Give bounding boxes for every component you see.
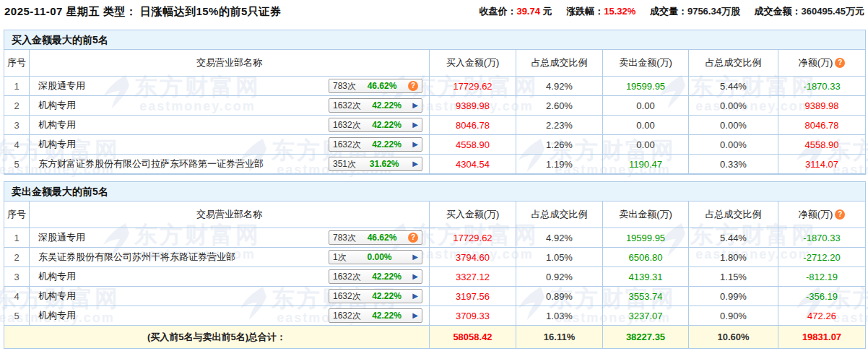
expand-arrow-icon[interactable]: ▶ bbox=[412, 121, 418, 129]
col-buy-ratio: 占总成交比例 bbox=[516, 202, 603, 228]
net-amount: 3114.07 bbox=[778, 155, 865, 174]
buy-amount: 8046.78 bbox=[430, 116, 516, 135]
row-seq: 1 bbox=[4, 228, 30, 248]
expand-arrow-icon[interactable]: ▶ bbox=[412, 273, 418, 280]
sell-ratio: 0.00% bbox=[689, 116, 778, 135]
sell-table-title: 卖出金额最大的前5名 bbox=[4, 182, 865, 202]
sell-ratio: 0.33% bbox=[689, 155, 778, 174]
buy-table: 买入金额最大的前5名 序号 交易营业部名称 买入金额(万) 占总成交比例 卖出金… bbox=[4, 30, 866, 175]
trade-detail-badge[interactable]: 1632次 42.22% ▶ bbox=[329, 98, 422, 113]
help-icon[interactable]: ? bbox=[835, 58, 845, 68]
col-seq: 序号 bbox=[4, 202, 30, 228]
net-amount: 9389.98 bbox=[778, 96, 865, 116]
sell-amount: 4139.31 bbox=[603, 267, 689, 287]
appearance-count: 1632次 bbox=[333, 100, 361, 112]
col-buy-amount: 买入金额(万) bbox=[430, 50, 516, 77]
appearance-count: 1次 bbox=[333, 251, 347, 264]
branch-name[interactable]: 机构专用 bbox=[38, 309, 76, 322]
win-rate: 42.22% bbox=[361, 120, 413, 130]
row-seq: 5 bbox=[4, 306, 30, 326]
buy-table-title: 买入金额最大的前5名 bbox=[4, 30, 865, 50]
sell-amount: 1190.47 bbox=[603, 155, 689, 174]
trade-detail-badge[interactable]: 1632次 42.22% ▶ bbox=[329, 269, 422, 284]
expand-arrow-icon[interactable]: ▶ bbox=[412, 160, 418, 168]
trade-detail-badge[interactable]: 1632次 42.22% ▶ bbox=[329, 118, 422, 132]
sell-table: 卖出金额最大的前5名 序号 交易营业部名称 买入金额(万) 占总成交比例 卖出金… bbox=[4, 181, 866, 349]
expand-arrow-icon[interactable]: ▶ bbox=[412, 254, 418, 261]
totals-label: (买入前5名与卖出前5名)总合计： bbox=[4, 326, 430, 348]
buy-amount: 3794.60 bbox=[430, 248, 516, 267]
table-row: 3 机构专用 1632次 42.22% ▶ 3327.12 0.92% 4139… bbox=[4, 267, 865, 287]
branch-name[interactable]: 机构专用 bbox=[38, 118, 76, 131]
sell-ratio: 5.44% bbox=[689, 77, 778, 96]
row-seq: 4 bbox=[4, 287, 30, 306]
branch-name[interactable]: 深股通专用 bbox=[38, 231, 85, 244]
branch-name[interactable]: 东方财富证券股份有限公司拉萨东环路第一证券营业部 bbox=[38, 157, 264, 170]
win-rate: 42.22% bbox=[361, 291, 413, 301]
net-amount: -356.19 bbox=[778, 287, 865, 306]
col-branch-name: 交易营业部名称 bbox=[30, 50, 430, 77]
trade-detail-badge[interactable]: 783次 46.62% ? bbox=[329, 79, 422, 93]
turnover-value: 360495.45万元 bbox=[802, 6, 864, 17]
row-seq: 1 bbox=[4, 77, 30, 96]
trade-detail-badge[interactable]: 1次 0.00% ▶ bbox=[329, 250, 422, 264]
sell-ratio: 5.44% bbox=[689, 228, 778, 248]
sell-amount: 3553.74 bbox=[603, 287, 689, 306]
branch-cell: 深股通专用 783次 46.62% ? bbox=[30, 77, 430, 96]
col-net-amount: 净额(万)? bbox=[778, 202, 865, 228]
trade-detail-badge[interactable]: 1632次 42.22% ▶ bbox=[329, 137, 422, 152]
total-sell-amount: 38227.35 bbox=[603, 326, 689, 348]
row-seq: 2 bbox=[4, 96, 30, 116]
col-net-amount: 净额(万)? bbox=[778, 50, 865, 77]
buy-amount: 3709.33 bbox=[430, 306, 516, 326]
col-sell-ratio: 占总成交比例 bbox=[689, 202, 778, 228]
appearance-count: 1632次 bbox=[333, 271, 361, 283]
appearance-count: 351次 bbox=[333, 158, 356, 170]
branch-name[interactable]: 东吴证券股份有限公司苏州干将东路证券营业部 bbox=[38, 251, 235, 264]
net-amount: 4558.90 bbox=[778, 135, 865, 155]
branch-cell: 机构专用 1632次 42.22% ▶ bbox=[30, 96, 430, 116]
branch-cell: 东吴证券股份有限公司苏州干将东路证券营业部 1次 0.00% ▶ bbox=[30, 248, 430, 267]
trade-detail-badge[interactable]: 1632次 42.22% ▶ bbox=[329, 308, 422, 323]
expand-arrow-icon[interactable]: ▶ bbox=[412, 102, 418, 109]
branch-name[interactable]: 机构专用 bbox=[38, 270, 76, 283]
page-title: 2025-11-07 星期五 类型： 日涨幅达到15%的前5只证券 bbox=[4, 5, 281, 19]
branch-name[interactable]: 机构专用 bbox=[38, 290, 76, 303]
sell-amount: 0.00 bbox=[603, 116, 689, 135]
expand-arrow-icon[interactable]: ▶ bbox=[412, 312, 418, 319]
sell-ratio: 1.80% bbox=[689, 248, 778, 267]
col-sell-ratio: 占总成交比例 bbox=[689, 50, 778, 77]
change-percent-value: 15.32% bbox=[604, 6, 635, 17]
win-rate: 31.62% bbox=[356, 159, 412, 169]
buy-ratio: 0.89% bbox=[516, 287, 603, 306]
sell-amount: 6506.80 bbox=[603, 248, 689, 267]
expand-arrow-icon[interactable]: ▶ bbox=[412, 292, 418, 300]
stock-stats: 收盘价：39.74 元 涨跌幅：15.32% 成交量：9756.34万股 成交金… bbox=[467, 5, 864, 18]
trade-detail-badge[interactable]: 351次 31.62% ▶ bbox=[329, 157, 422, 171]
appearance-count: 783次 bbox=[333, 80, 356, 92]
col-sell-amount: 卖出金额(万) bbox=[603, 50, 689, 77]
trade-detail-badge[interactable]: 1632次 42.22% ▶ bbox=[329, 289, 422, 303]
sell-amount: 19599.95 bbox=[603, 77, 689, 96]
net-amount: -2712.20 bbox=[778, 248, 865, 267]
total-buy-amount: 58058.42 bbox=[430, 326, 516, 348]
help-icon[interactable]: ? bbox=[408, 81, 418, 91]
help-icon[interactable]: ? bbox=[835, 209, 845, 220]
total-net-amount: 19831.07 bbox=[778, 326, 865, 348]
branch-name[interactable]: 深股通专用 bbox=[38, 79, 85, 92]
expand-arrow-icon[interactable]: ▶ bbox=[412, 141, 418, 148]
table-row: 1 深股通专用 783次 46.62% ? 17729.62 4.92% 195… bbox=[4, 77, 865, 96]
help-icon[interactable]: ? bbox=[408, 233, 418, 243]
trade-detail-badge[interactable]: 783次 46.62% ? bbox=[329, 230, 422, 245]
row-seq: 3 bbox=[4, 116, 30, 135]
buy-amount: 4304.54 bbox=[430, 155, 516, 174]
buy-ratio: 4.92% bbox=[516, 228, 603, 248]
branch-name[interactable]: 机构专用 bbox=[38, 138, 76, 151]
total-sell-ratio: 10.60% bbox=[689, 326, 778, 348]
branch-name[interactable]: 机构专用 bbox=[38, 99, 76, 112]
buy-ratio: 1.03% bbox=[516, 306, 603, 326]
sell-ratio: 0.00% bbox=[689, 96, 778, 116]
col-branch-name: 交易营业部名称 bbox=[30, 202, 430, 228]
table-row: 4 机构专用 1632次 42.22% ▶ 4558.90 1.26% 0.00… bbox=[4, 135, 865, 155]
close-price-value: 39.74 bbox=[516, 6, 540, 17]
